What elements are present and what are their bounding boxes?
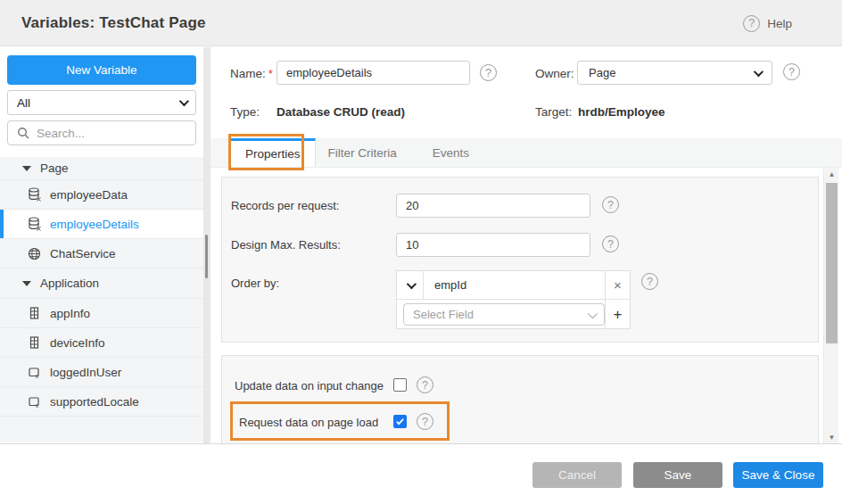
tree-item-supportedlocale[interactable]: x supportedLocale (0, 387, 203, 417)
order-by-expand-button[interactable] (397, 271, 424, 299)
variable-filter-value: All (17, 96, 30, 110)
order-by-help-icon[interactable] (641, 273, 658, 290)
sidebar-scrollbar-thumb[interactable] (205, 235, 208, 278)
tab-filter-criteria[interactable]: Filter Criteria (316, 138, 409, 167)
variables-sidebar: New Variable All Page employeeData (0, 47, 203, 443)
order-by-add-row: Select Field + (397, 300, 630, 329)
page-title: Variables: TestChat Page (21, 14, 206, 32)
tree-item-label: deviceInfo (50, 336, 105, 350)
tree-empty-area (0, 417, 203, 442)
update-on-input-help-icon[interactable] (417, 376, 433, 393)
scrollbar-thumb[interactable] (826, 183, 838, 343)
tree-item-label: employeeData (50, 188, 128, 202)
scroll-down-icon[interactable]: ▼ (824, 431, 839, 443)
type-value: Database CRUD (read) (277, 105, 405, 119)
records-per-request-field[interactable] (396, 194, 590, 218)
tree-group-application[interactable]: Application (0, 269, 203, 299)
update-on-input-checkbox[interactable] (393, 378, 407, 392)
dialog-header: Variables: TestChat Page Help (0, 0, 842, 46)
svg-text:x: x (35, 401, 38, 408)
static-icon: x (27, 365, 41, 379)
name-field[interactable] (277, 61, 470, 85)
variables-dialog: Variables: TestChat Page Help New Variab… (0, 0, 842, 504)
remove-icon: × (614, 277, 622, 293)
type-label: Type: (230, 105, 260, 119)
tree-item-employeedetails-selected[interactable]: employeeDetails (0, 210, 203, 239)
help-label: Help (767, 17, 792, 30)
help-icon (743, 15, 760, 32)
help-button[interactable]: Help (743, 0, 792, 46)
tab-properties[interactable]: Properties (230, 138, 316, 167)
tree-group-label: Application (40, 277, 99, 290)
design-max-help-icon[interactable] (602, 235, 619, 252)
service-icon (27, 246, 41, 260)
chevron-down-icon (406, 278, 416, 288)
variable-detail-pane: Name:* Owner:* Page Type: Database CRUD … (210, 47, 842, 443)
name-label: Name:* (230, 67, 273, 80)
order-by-add-button[interactable]: + (605, 300, 630, 329)
tree-group-page[interactable]: Page (0, 157, 203, 180)
cancel-button[interactable]: Cancel (532, 462, 622, 488)
owner-help-icon[interactable] (783, 63, 800, 80)
request-on-load-help-icon[interactable] (417, 413, 433, 430)
search-input[interactable] (37, 127, 194, 140)
request-on-load-label: Request data on page load (239, 416, 378, 429)
behavior-panel: Update data on input change Request data… (221, 355, 819, 443)
name-help-icon[interactable] (480, 64, 497, 81)
tree-item-appinfo[interactable]: appInfo (0, 299, 203, 328)
variable-filter-select[interactable]: All (7, 90, 196, 115)
static-icon: x (27, 394, 41, 409)
properties-tab-content: Records per request: Design Max. Results… (210, 168, 842, 443)
chevron-down-icon (179, 96, 189, 106)
tree-item-employeedata[interactable]: employeeData (0, 180, 203, 210)
records-per-request-label: Records per request: (231, 199, 339, 212)
save-button[interactable]: Save (633, 462, 722, 488)
select-field-placeholder: Select Field (413, 308, 474, 321)
order-by-value: empId (424, 271, 605, 299)
database-icon (27, 217, 41, 231)
design-max-results-field[interactable] (396, 233, 590, 257)
dialog-footer: Cancel Save Save & Close (0, 443, 842, 504)
update-on-input-label: Update data on input change (235, 379, 384, 392)
collapse-triangle-icon (22, 166, 31, 171)
content-scrollbar[interactable]: ▲ ▼ (823, 168, 838, 443)
tree-item-label: supportedLocale (50, 395, 139, 409)
tree-item-loggedinuser[interactable]: x loggedInUser (0, 358, 203, 387)
variable-search[interactable] (7, 120, 196, 145)
request-on-load-checkbox[interactable] (393, 415, 407, 428)
add-icon: + (614, 306, 623, 324)
order-by-label: Order by: (231, 277, 279, 290)
select-field-dropdown[interactable]: Select Field (403, 303, 605, 326)
required-marker: * (268, 67, 273, 80)
search-icon (16, 126, 30, 140)
order-by-selected-row: empId × (397, 271, 630, 300)
order-by-remove-button[interactable]: × (605, 271, 630, 299)
model-icon (27, 335, 41, 350)
tree-item-label: ChatService (50, 247, 116, 260)
chevron-down-icon (754, 66, 764, 76)
records-help-icon[interactable] (602, 196, 619, 213)
order-by-widget: empId × Select Field + (396, 270, 631, 329)
save-and-close-button[interactable]: Save & Close (733, 462, 823, 488)
collapse-triangle-icon (22, 281, 31, 286)
owner-select[interactable]: Page (577, 61, 772, 85)
design-max-results-label: Design Max. Results: (231, 238, 341, 252)
check-icon (395, 417, 405, 426)
tree-item-deviceinfo[interactable]: deviceInfo (0, 328, 203, 358)
svg-text:x: x (35, 372, 38, 378)
tree-group-label: Page (40, 161, 69, 175)
tree-item-chatservice[interactable]: ChatService (0, 239, 203, 269)
target-value: hrdb/Employee (578, 105, 665, 119)
new-variable-button[interactable]: New Variable (7, 55, 196, 85)
tab-events[interactable]: Events (420, 138, 482, 167)
tree-item-label: employeeDetails (50, 218, 139, 231)
target-label: Target: (535, 105, 572, 119)
tree-item-label: appInfo (50, 307, 90, 320)
variable-tree: Page employeeData employeeDetails ChatSe… (0, 157, 203, 442)
model-icon (27, 306, 41, 320)
tree-item-label: loggedInUser (50, 366, 121, 379)
owner-label: Owner:* (535, 67, 582, 80)
scroll-up-icon[interactable]: ▲ (824, 168, 839, 180)
detail-tabs: Properties Filter Criteria Events (210, 138, 842, 168)
data-settings-panel: Records per request: Design Max. Results… (221, 177, 819, 343)
